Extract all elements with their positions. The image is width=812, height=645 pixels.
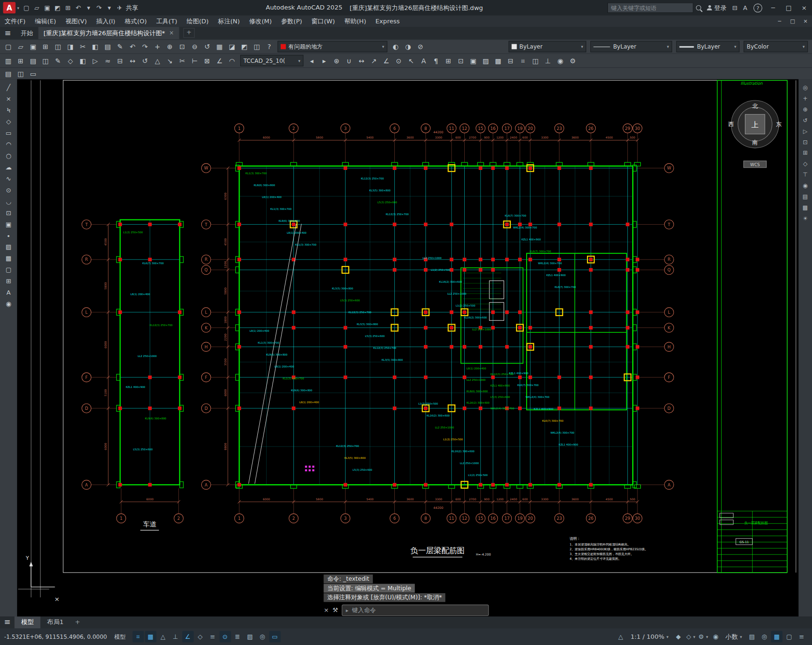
menu-view[interactable]: 视图(V) [61, 16, 92, 27]
sheet-set-icon[interactable]: ◫ [40, 55, 51, 66]
mleader-icon[interactable]: ↖ [405, 55, 417, 66]
menu-edit[interactable]: 编辑(E) [30, 16, 60, 27]
tab-start[interactable]: 开始 [16, 27, 39, 40]
point-icon[interactable]: ∙ [2, 230, 15, 241]
undo-caret-icon[interactable]: ▾ [83, 2, 94, 13]
match-properties-icon[interactable]: ✎ [115, 41, 126, 52]
plot-icon[interactable]: ⊞ [40, 41, 51, 52]
block-create-icon[interactable]: ▣ [468, 55, 479, 66]
ortho-icon[interactable]: ⊥ [170, 631, 181, 643]
join-icon[interactable]: ∪ [343, 55, 355, 66]
customization-icon[interactable]: ≡ [796, 631, 807, 643]
camera-icon[interactable]: ◉ [800, 181, 811, 190]
command-input[interactable]: ▸ 键入命令 [342, 605, 489, 616]
menu-parametric[interactable]: 参数(P) [276, 16, 307, 27]
ucs-icon[interactable]: ⊥ [542, 55, 554, 66]
menu-dimension[interactable]: 标注(N) [213, 16, 245, 27]
layer-states-icon[interactable]: ◪ [226, 41, 238, 52]
selection-cycling-icon[interactable]: ◎ [257, 631, 268, 643]
erase-icon[interactable]: ◇ [65, 55, 76, 66]
help-icon[interactable]: ? [753, 3, 763, 12]
named-views-icon[interactable]: ◉ [555, 55, 566, 66]
table-icon[interactable]: ⊞ [443, 55, 454, 66]
menu-file[interactable]: 文件(F) [0, 16, 30, 27]
sun-icon[interactable]: ☀ [800, 214, 811, 223]
line-icon[interactable]: ╱ [2, 82, 15, 93]
doc-restore-button[interactable]: □ [786, 16, 799, 27]
menu-draw[interactable]: 绘图(D) [182, 16, 213, 27]
combo-next-icon[interactable]: ▸ [318, 55, 330, 66]
zoom-previous-icon[interactable]: ⊖ [189, 41, 200, 52]
table-icon[interactable]: ⊞ [2, 276, 15, 287]
zoom-window-icon[interactable]: ⊡ [176, 41, 188, 52]
lineweight-icon[interactable]: ≣ [232, 631, 243, 643]
tab-document[interactable]: [重庆]某框支剪力墙26层商住楼结构设计图* × [39, 27, 179, 40]
section-icon[interactable]: ▤ [800, 192, 811, 201]
insert-block-icon[interactable]: ⊡ [2, 208, 15, 218]
clean-screen-icon[interactable]: ▢ [783, 631, 795, 643]
undo-icon[interactable]: ↶ [127, 41, 138, 52]
new-icon[interactable]: ▢ [21, 2, 32, 13]
chamfer-icon[interactable]: ∠ [214, 55, 225, 66]
break-icon[interactable]: ⊠ [201, 55, 213, 66]
layer-combo[interactable]: 有问题的地方 ▾ [277, 41, 387, 52]
maximize-button[interactable]: □ [781, 0, 797, 16]
cart-icon[interactable]: ⊟ [730, 2, 740, 13]
rectangle-icon[interactable]: ▭ [2, 128, 15, 139]
gradient-icon[interactable]: ▩ [2, 253, 15, 264]
paste-icon[interactable]: ▤ [102, 41, 113, 52]
polar-tracking-icon[interactable]: ∠ [182, 631, 194, 643]
transparency-icon[interactable]: ▨ [244, 631, 255, 643]
copy-icon[interactable]: ◧ [77, 55, 88, 66]
autodesk-account-icon[interactable]: A [740, 2, 751, 13]
mirror-icon[interactable]: ▷ [89, 55, 101, 66]
menu-insert[interactable]: 插入(I) [91, 16, 120, 27]
point-style-icon[interactable]: ◉ [2, 299, 15, 309]
text-icon[interactable]: A [418, 55, 430, 66]
layer-previous-icon[interactable]: ◫ [251, 41, 263, 52]
group-icon[interactable]: ◫ [530, 55, 541, 66]
plot-preview-icon[interactable]: ◫ [52, 41, 64, 52]
annotation-scale-icon[interactable]: △ [615, 631, 626, 643]
app-logo[interactable]: A [3, 2, 16, 13]
design-center-icon[interactable]: ⊞ [15, 55, 27, 66]
show-motion-icon[interactable]: ▷ [800, 127, 811, 136]
save-icon[interactable]: ▣ [28, 41, 39, 52]
isodraft-icon[interactable]: ◇ [195, 631, 206, 643]
layout-tabs-menu-icon[interactable]: ≡ [0, 616, 14, 628]
measure-icon[interactable]: ⌗ [518, 55, 529, 66]
save-icon[interactable]: ▣ [42, 2, 52, 13]
polyline-icon[interactable]: Ϟ [2, 105, 15, 116]
options-icon[interactable]: ⚙ [567, 55, 578, 66]
model-space-label[interactable]: 模型 [114, 633, 126, 640]
drawing-canvas[interactable]: ×Y负一层梁配筋图GS-11Illustration北南西东上WCSKL1(3)… [17, 79, 799, 617]
lineweight-combo[interactable]: ByLayer ▾ [676, 41, 740, 52]
ellipse-arc-icon[interactable]: ◡ [2, 196, 15, 207]
snap-icon[interactable]: ▦ [145, 631, 156, 643]
combo-prev-icon[interactable]: ◂ [306, 55, 317, 66]
doc-minimize-button[interactable]: ─ [773, 16, 786, 27]
hatch-icon[interactable]: ▨ [2, 242, 15, 252]
mtext-icon[interactable]: A [2, 288, 15, 298]
menu-format[interactable]: 格式(O) [120, 16, 151, 27]
spline-icon[interactable]: ∿ [2, 174, 15, 184]
xref-icon[interactable]: ⊟ [505, 55, 516, 66]
qnew-icon[interactable]: ▢ [2, 41, 14, 52]
make-layer-current-icon[interactable]: ◩ [239, 41, 250, 52]
annotation-monitor-icon[interactable]: ◉ [710, 631, 721, 643]
arc-icon[interactable]: ◠ [2, 139, 15, 150]
search-icon[interactable] [694, 5, 704, 10]
tccad-combo[interactable]: TCCAD_25_10( ▾ [240, 55, 303, 66]
make-block-icon[interactable]: ▣ [2, 219, 15, 229]
copy-clip-icon[interactable]: ◧ [89, 41, 101, 52]
layer-properties-icon[interactable]: ▦ [214, 41, 225, 52]
regen-icon[interactable]: ↺ [201, 41, 213, 52]
minimize-button[interactable]: ─ [765, 0, 781, 16]
dim-angular-icon[interactable]: ∠ [381, 55, 392, 66]
polygon-icon[interactable]: ◇ [2, 117, 15, 127]
redo-icon[interactable]: ↷ [139, 41, 151, 52]
plotstyle-combo[interactable]: ByColor ▾ [744, 41, 808, 52]
rotate-icon[interactable]: ↺ [139, 55, 151, 66]
offset-icon[interactable]: ≈ [102, 55, 113, 66]
quick-properties-icon[interactable]: ▤ [746, 631, 758, 643]
